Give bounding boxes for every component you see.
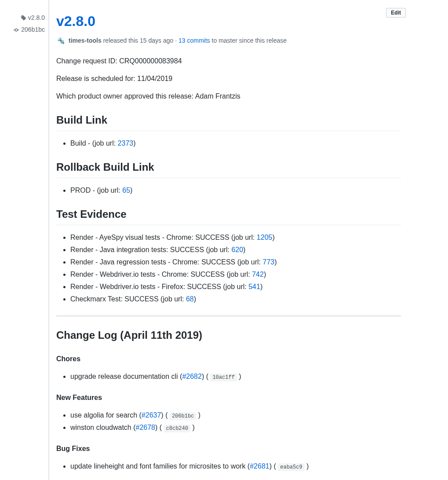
avatar-icon: 🔩	[56, 37, 65, 45]
list-item: Render - AyeSpy visual tests - Chrome: S…	[70, 232, 401, 243]
commit-icon	[13, 27, 19, 33]
commit-sha[interactable]: eaba5c9	[278, 463, 304, 471]
commit-row[interactable]: 206b1bc	[0, 25, 45, 34]
divider	[56, 315, 401, 317]
job-link[interactable]: 541	[248, 283, 260, 290]
list-item: Render - Java integration tests: SUCCESS…	[70, 245, 401, 255]
commit-sha[interactable]: 206b1bc	[170, 412, 196, 420]
job-link[interactable]: 742	[252, 271, 264, 278]
issue-link[interactable]: #2637	[142, 411, 161, 419]
build-link-heading: Build Link	[56, 112, 401, 131]
job-link[interactable]: 68	[186, 295, 194, 303]
commits-link[interactable]: 13 commits	[178, 36, 210, 45]
test-evidence-list: Render - AyeSpy visual tests - Chrome: S…	[56, 232, 401, 304]
list-item: Render - Java regression tests - Chrome:…	[70, 257, 401, 267]
release-main: Edit v2.8.0 🔩 times-tools released this …	[49, 0, 448, 480]
list-item: Checkmarx Test: SUCCESS (job url: 68)	[70, 294, 401, 304]
chores-list: upgrade release documentation cli (#2682…	[56, 371, 401, 382]
job-link[interactable]: 65	[122, 187, 130, 194]
desc-line-3: Which product owner approved this releas…	[56, 91, 401, 102]
test-evidence-heading: Test Evidence	[56, 206, 401, 225]
desc-line-2: Release is scheduled for: 11/04/2019	[56, 73, 401, 84]
desc-line-1: Change request ID: CRQ000000083984	[56, 56, 401, 66]
commit-label: 206b1bc	[21, 25, 45, 34]
list-item: use algolia for search (#2637) ( 206b1bc…	[70, 410, 401, 421]
list-item: upgrade release documentation cli (#2682…	[70, 371, 401, 382]
release-meta: 🔩 times-tools released this 15 days ago …	[56, 36, 401, 45]
edit-button[interactable]: Edit	[386, 8, 406, 18]
tag-row[interactable]: v2.8.0	[0, 13, 45, 22]
commit-sha[interactable]: c8cb240	[164, 425, 190, 432]
job-link[interactable]: 773	[262, 258, 274, 266]
job-link[interactable]: 620	[231, 246, 243, 253]
tag-label: v2.8.0	[28, 13, 45, 22]
list-item: Render - Webdriver.io tests - Firefox: S…	[70, 282, 401, 292]
list-item: update lineheight and font families for …	[70, 461, 401, 472]
rollback-list: PROD - (job url: 65)	[56, 185, 401, 196]
released-text: released this 15 days ago ·	[103, 36, 177, 45]
list-item: Build - (job url: 2373)	[70, 138, 401, 149]
job-link[interactable]: 1205	[257, 234, 273, 241]
author-name[interactable]: times-tools	[69, 36, 102, 45]
tag-icon	[20, 15, 26, 21]
build-link-list: Build - (job url: 2373)	[56, 138, 401, 149]
release-title[interactable]: v2.8.0	[56, 11, 401, 32]
issue-link[interactable]: #2681	[250, 462, 270, 470]
features-heading: New Features	[56, 392, 401, 403]
list-item: PROD - (job url: 65)	[70, 185, 401, 196]
issue-link[interactable]: #2678	[136, 424, 156, 431]
chores-heading: Chores	[56, 354, 401, 364]
features-list: use algolia for search (#2637) ( 206b1bc…	[56, 410, 401, 433]
rollback-heading: Rollback Build Link	[56, 159, 401, 178]
release-description: Change request ID: CRQ000000083984 Relea…	[56, 56, 401, 102]
commit-sha[interactable]: 10ac1ff	[210, 374, 237, 381]
branch-text: to master since this release	[212, 36, 287, 45]
list-item: winston cloudwatch (#2678) ( c8cb240 )	[70, 422, 401, 433]
list-item: Render - Webdriver.io tests - Chrome: SU…	[70, 269, 401, 280]
issue-link[interactable]: #2682	[182, 373, 202, 380]
job-link[interactable]: 2373	[118, 139, 134, 147]
changelog-heading: Change Log (April 11th 2019)	[56, 327, 401, 343]
release-sidebar: v2.8.0 206b1bc	[0, 0, 49, 480]
bugfixes-list: update lineheight and font families for …	[56, 461, 401, 472]
bugfixes-heading: Bug Fixes	[56, 443, 401, 454]
